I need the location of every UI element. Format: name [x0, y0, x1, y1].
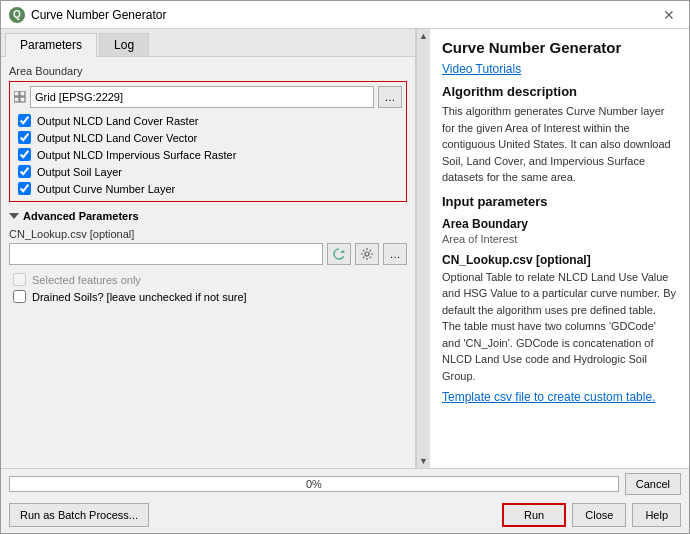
cn-lookup-field-label: CN_Lookup.csv [optional]	[9, 228, 407, 240]
run-button[interactable]: Run	[502, 503, 566, 527]
template-csv-link[interactable]: Template csv file to create custom table…	[442, 390, 655, 404]
app-icon: Q	[9, 7, 25, 23]
bottom-area: 0% Cancel Run as Batch Process... Run Cl…	[1, 468, 689, 533]
cn-lookup-refresh-button[interactable]	[327, 243, 351, 265]
svg-rect-1	[20, 91, 25, 96]
right-title: Curve Number Generator	[442, 39, 677, 56]
svg-rect-3	[20, 97, 25, 102]
right-cn-lookup-desc: Optional Table to relate NLCD Land Use V…	[442, 269, 677, 385]
left-content: Area Boundary	[1, 57, 415, 468]
collapse-triangle-icon	[9, 213, 19, 219]
svg-marker-4	[340, 250, 345, 253]
tab-parameters[interactable]: Parameters	[5, 33, 97, 57]
button-row: Run as Batch Process... Run Close Help	[1, 499, 689, 533]
area-boundary-group: Grid [EPSG:2229] … Output NLCD Land Cove…	[9, 81, 407, 202]
right-cn-lookup-label: CN_Lookup.csv [optional]	[442, 253, 677, 267]
checkbox-selected-features[interactable]	[13, 273, 26, 286]
area-boundary-label: Area Boundary	[9, 65, 407, 77]
grid-dropdown-row: Grid [EPSG:2229] …	[14, 86, 402, 108]
svg-rect-2	[14, 97, 19, 102]
checkbox-curve-number-label: Output Curve Number Layer	[37, 183, 175, 195]
cn-lookup-settings-button[interactable]	[355, 243, 379, 265]
checkbox-soil-layer[interactable]	[18, 165, 31, 178]
grid-icon-label	[14, 91, 26, 103]
grid-dropdown-wrapper: Grid [EPSG:2229] …	[30, 86, 402, 108]
progress-row: 0% Cancel	[1, 469, 689, 499]
settings-icon	[360, 247, 374, 261]
video-tutorials-link[interactable]: Video Tutorials	[442, 62, 677, 76]
refresh-icon	[332, 247, 346, 261]
checkbox-nlcd-vector-label: Output NLCD Land Cover Vector	[37, 132, 197, 144]
progress-bar-wrapper: 0%	[9, 476, 619, 492]
svg-rect-0	[14, 91, 19, 96]
right-area-boundary-label: Area Boundary	[442, 217, 677, 231]
checkbox-nlcd-vector-row: Output NLCD Land Cover Vector	[14, 129, 402, 146]
cn-lookup-dropdown[interactable]	[9, 243, 323, 265]
advanced-label: Advanced Parameters	[23, 210, 139, 222]
right-area-boundary-sub: Area of Interest	[442, 233, 677, 245]
window-title: Curve Number Generator	[31, 8, 166, 22]
content-area: Parameters Log Area Boundary	[1, 29, 689, 468]
tab-bar: Parameters Log	[1, 29, 415, 57]
input-params-header: Input parameters	[442, 194, 677, 209]
advanced-header[interactable]: Advanced Parameters	[9, 210, 407, 222]
batch-process-button[interactable]: Run as Batch Process...	[9, 503, 149, 527]
title-bar: Q Curve Number Generator ✕	[1, 1, 689, 29]
svg-point-5	[365, 252, 369, 256]
progress-label: 0%	[306, 478, 322, 490]
scroll-up-icon[interactable]: ▲	[419, 31, 428, 41]
checkbox-nlcd-impervious-label: Output NLCD Impervious Surface Raster	[37, 149, 236, 161]
cn-lookup-browse-button[interactable]: …	[383, 243, 407, 265]
right-panel: Curve Number Generator Video Tutorials A…	[430, 29, 689, 468]
checkbox-nlcd-impervious[interactable]	[18, 148, 31, 161]
grid-browse-button[interactable]: …	[378, 86, 402, 108]
drained-soils-label: Drained Soils? [leave unchecked if not s…	[32, 291, 247, 303]
checkbox-drained-soils[interactable]	[13, 290, 26, 303]
scroll-down-icon[interactable]: ▼	[419, 456, 428, 466]
cn-lookup-row: …	[9, 243, 407, 265]
advanced-section: Advanced Parameters CN_Lookup.csv [optio…	[9, 210, 407, 305]
main-window: Q Curve Number Generator ✕ Parameters Lo…	[0, 0, 690, 534]
window-close-button[interactable]: ✕	[657, 5, 681, 25]
cancel-button[interactable]: Cancel	[625, 473, 681, 495]
checkbox-nlcd-raster[interactable]	[18, 114, 31, 127]
algo-description: This algorithm generates Curve Number la…	[442, 103, 677, 186]
grid-dropdown[interactable]: Grid [EPSG:2229]	[30, 86, 374, 108]
checkbox-soil-layer-label: Output Soil Layer	[37, 166, 122, 178]
checkbox-nlcd-impervious-row: Output NLCD Impervious Surface Raster	[14, 146, 402, 163]
close-button[interactable]: Close	[572, 503, 626, 527]
drained-soils-row: Drained Soils? [leave unchecked if not s…	[9, 288, 407, 305]
panel-scrollbar: ▲ ▼	[416, 29, 430, 468]
selected-features-label: Selected features only	[32, 274, 141, 286]
checkbox-soil-layer-row: Output Soil Layer	[14, 163, 402, 180]
selected-features-row: Selected features only	[9, 271, 407, 288]
checkbox-nlcd-raster-label: Output NLCD Land Cover Raster	[37, 115, 198, 127]
checkbox-nlcd-raster-row: Output NLCD Land Cover Raster	[14, 112, 402, 129]
checkbox-curve-number-row: Output Curve Number Layer	[14, 180, 402, 197]
grid-icon	[14, 91, 26, 103]
checkbox-nlcd-vector[interactable]	[18, 131, 31, 144]
algo-section-header: Algorithm description	[442, 84, 677, 99]
checkbox-curve-number[interactable]	[18, 182, 31, 195]
tab-log[interactable]: Log	[99, 33, 149, 56]
help-button[interactable]: Help	[632, 503, 681, 527]
left-panel: Parameters Log Area Boundary	[1, 29, 416, 468]
